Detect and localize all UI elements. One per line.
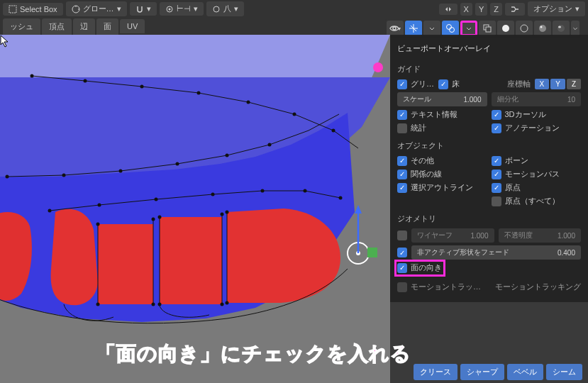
grid-checkbox[interactable]: ✓グリ… (397, 79, 434, 89)
select-mode-dropdown[interactable]: Select Box (3, 3, 63, 16)
cursor3d-checkbox[interactable]: ✓3Dカーソル (492, 109, 582, 120)
transform-label: グロー… (83, 4, 114, 14)
svg-point-47 (226, 301, 229, 305)
svg-point-38 (96, 223, 100, 226)
svg-point-42 (226, 211, 229, 214)
svg-rect-17 (160, 217, 222, 304)
shade-mat-icon[interactable] (534, 21, 551, 36)
svg-point-33 (155, 198, 158, 201)
origin-all-checkbox[interactable]: 原点（すべて） (492, 196, 582, 206)
svg-point-19 (84, 79, 87, 83)
tab-edge[interactable]: 辺 (73, 18, 95, 35)
mouse-pointer-icon (0, 35, 10, 48)
tab-mesh[interactable]: ッシュ (3, 18, 40, 35)
chevron-down-icon: ▾ (117, 4, 121, 13)
relations-checkbox[interactable]: ✓関係の線 (397, 169, 487, 179)
floor-checkbox[interactable]: ✓床 (438, 79, 460, 89)
guides-header: ガイド (397, 64, 581, 74)
svg-point-44 (152, 303, 155, 306)
bevel-button[interactable]: ベベル (507, 364, 543, 380)
origin-checkbox[interactable]: ✓原点 (492, 182, 582, 193)
automerge-icon[interactable] (505, 3, 525, 16)
geometry-header: ジオメトリ (397, 213, 581, 224)
svg-point-10 (521, 25, 528, 32)
scale-field[interactable]: スケール1.000 (397, 92, 487, 106)
pivot-dropdown[interactable]: 八 ▾ (206, 1, 244, 16)
subdiv-field[interactable]: 細分化10 (492, 92, 582, 106)
seam-button[interactable]: シーム (546, 364, 582, 380)
svg-point-45 (158, 303, 162, 306)
svg-point-53 (373, 62, 383, 72)
fade-field[interactable]: 非アクティブ形状をフェード0.400 (411, 245, 581, 260)
svg-point-31 (48, 209, 52, 213)
transform-orient-dropdown[interactable]: グロー… ▾ (66, 1, 127, 16)
axis-y-btn[interactable]: Y (550, 79, 565, 89)
svg-point-13 (558, 25, 565, 32)
motion-tracking-checkbox[interactable]: モーショントラッ… (397, 282, 487, 292)
svg-point-32 (98, 204, 101, 207)
select-mode-label: Select Box (20, 5, 57, 13)
svg-point-39 (152, 218, 155, 221)
text-info-checkbox[interactable]: ✓テキスト情報 (397, 109, 487, 120)
svg-point-35 (261, 189, 265, 193)
axis-x[interactable]: X (460, 3, 472, 16)
svg-point-5 (447, 25, 452, 30)
gizmo-dropdown[interactable] (423, 21, 440, 36)
bottom-edge-buttons: クリース シャープ ベベル シーム (414, 364, 582, 380)
svg-point-43 (96, 303, 100, 306)
panel-title: ビューポートオーバーレイ (397, 40, 581, 57)
sel-outline-checkbox[interactable]: ✓選択アウトライン (397, 182, 487, 193)
shade-solid-icon[interactable] (497, 21, 514, 36)
visibility-icon[interactable]: ▾ (387, 21, 404, 36)
axis-z[interactable]: Z (490, 3, 502, 16)
fade-checkbox[interactable]: ✓ (397, 248, 407, 257)
svg-point-27 (119, 170, 123, 173)
shade-dropdown[interactable] (571, 21, 579, 36)
other-checkbox[interactable]: ✓その他 (397, 155, 487, 166)
xray-icon[interactable] (479, 21, 496, 36)
svg-point-4 (213, 6, 219, 12)
overlays-toggle-icon[interactable] (442, 21, 459, 36)
tab-face[interactable]: 面 (96, 18, 118, 35)
overlays-dropdown-icon[interactable] (460, 21, 477, 36)
svg-point-9 (502, 25, 509, 32)
proportional-dropdown[interactable]: ⊢⊣ ▾ (160, 2, 204, 16)
svg-point-20 (140, 85, 144, 89)
chevron-down-icon: ▾ (194, 4, 198, 13)
shade-render-icon[interactable] (553, 21, 570, 36)
opacity-field[interactable]: 不透明度1.000 (499, 228, 582, 243)
mirror-x-toggle[interactable] (439, 4, 457, 15)
tab-vertex[interactable]: 頂点 (42, 18, 72, 35)
svg-point-46 (221, 303, 224, 306)
svg-point-30 (268, 143, 272, 147)
svg-point-41 (221, 213, 224, 216)
svg-point-22 (247, 101, 250, 104)
svg-point-18 (30, 74, 34, 78)
svg-point-36 (304, 189, 307, 193)
options-dropdown[interactable]: オプション ▾ (528, 1, 585, 16)
crease-button[interactable]: クリース (414, 364, 457, 380)
chevron-down-icon: ▾ (575, 4, 579, 13)
motion-tracking-label: モーショントラッキング (492, 282, 582, 292)
axis-z-btn[interactable]: Z (567, 79, 581, 89)
tab-uv[interactable]: UV (120, 19, 145, 33)
svg-rect-16 (98, 224, 153, 304)
sharp-button[interactable]: シャープ (460, 364, 504, 380)
axis-y[interactable]: Y (475, 3, 487, 16)
axis-x-btn[interactable]: X (535, 79, 550, 89)
stats-checkbox[interactable]: 統計 (397, 123, 487, 133)
snap-dropdown[interactable]: ▾ (130, 2, 157, 16)
bone-checkbox[interactable]: ✓ボーン (492, 155, 582, 166)
annotation-checkbox[interactable]: ✓アノテーション (492, 123, 582, 133)
shade-wire-icon[interactable] (516, 21, 533, 36)
wireframe-field[interactable]: ワイヤーフ1.000 (411, 228, 494, 243)
svg-point-40 (158, 216, 162, 219)
face-orientation-checkbox[interactable]: ✓面の向き (397, 262, 442, 273)
svg-point-25 (6, 175, 9, 179)
chevron-down-icon: ▾ (147, 4, 151, 13)
svg-rect-0 (9, 6, 16, 13)
gizmo-icon[interactable] (405, 21, 422, 36)
viewport-3d[interactable] (0, 35, 390, 383)
wireframe-checkbox[interactable] (397, 231, 407, 240)
motion-path-checkbox[interactable]: ✓モーションパス (492, 169, 582, 179)
